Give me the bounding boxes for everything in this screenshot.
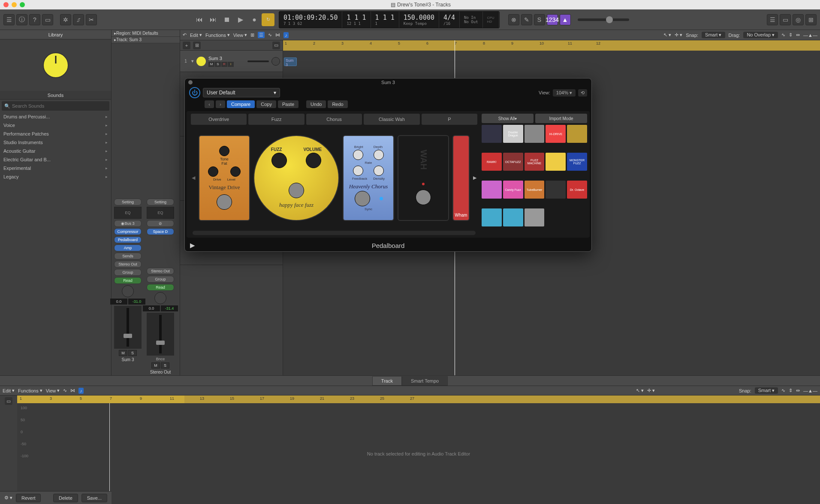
mute-button[interactable]: M: [208, 62, 214, 67]
pedal-thumbnail[interactable]: TubeBurner: [525, 181, 545, 199]
play-button[interactable]: ▶: [234, 13, 247, 26]
flex-icon[interactable]: ⋈: [275, 32, 280, 38]
autopunch-icon[interactable]: ✎: [521, 14, 532, 25]
category-item[interactable]: Voice▸: [0, 121, 111, 130]
zoom-display[interactable]: 104% ▾: [553, 89, 576, 97]
flex-icon[interactable]: ⋈: [70, 388, 75, 393]
pointer-tool-icon[interactable]: ↖ ▾: [636, 388, 644, 393]
eq-thumbnail[interactable]: EQ: [114, 207, 142, 219]
volume-knob[interactable]: [306, 153, 321, 168]
minimize-icon[interactable]: [12, 2, 17, 7]
lcd-sig[interactable]: 4/4: [443, 14, 455, 21]
scroll-right-icon[interactable]: ▶: [473, 175, 476, 181]
pedal-thumbnail[interactable]: HI-DRIVE: [546, 125, 566, 143]
output-button[interactable]: Stereo Out: [114, 261, 142, 268]
duplicate-track-icon[interactable]: ⊞: [193, 42, 201, 49]
save-button[interactable]: Save...: [81, 494, 107, 502]
count-in-button[interactable]: 1234: [547, 14, 558, 25]
scissors-icon[interactable]: ✂: [86, 14, 97, 25]
input-monitor[interactable]: I: [228, 62, 234, 67]
gear-icon[interactable]: ⚙ ▾: [4, 495, 12, 501]
pedal-thumbnail[interactable]: [546, 181, 566, 199]
help-icon[interactable]: ?: [29, 14, 40, 25]
fx-pedalboard[interactable]: Pedalboard: [114, 236, 142, 243]
sends-button[interactable]: Sends: [114, 253, 142, 260]
close-icon[interactable]: [188, 80, 193, 85]
catch-playhead-icon[interactable]: ▭: [5, 397, 12, 405]
edit-menu[interactable]: Edit ▾: [3, 388, 15, 393]
mute-button[interactable]: M: [119, 350, 127, 356]
fx-compressor[interactable]: Compressor: [114, 228, 142, 235]
list-editors-icon[interactable]: ☰: [767, 14, 778, 25]
pedal-tab[interactable]: P: [422, 114, 477, 125]
fader[interactable]: [114, 306, 142, 349]
record-button[interactable]: ●: [248, 13, 261, 26]
lcd-in[interactable]: No In: [464, 15, 478, 20]
sync-led[interactable]: [380, 197, 383, 200]
delete-button[interactable]: Delete: [53, 494, 78, 502]
rewind-button[interactable]: ⏮: [193, 13, 206, 26]
forward-button[interactable]: ⏭: [207, 13, 220, 26]
lcd-beats-top[interactable]: 1 1 1: [347, 14, 366, 21]
import-mode-button[interactable]: Import Mode: [535, 114, 587, 123]
track-pan-knob[interactable]: [271, 57, 280, 66]
waveform-zoom-icon[interactable]: ∿: [781, 388, 785, 393]
lcd-tempo-top[interactable]: 1 1 1: [375, 14, 395, 21]
functions-menu[interactable]: Functions ▾: [18, 388, 42, 393]
toolbar-icon[interactable]: ▭: [42, 14, 53, 25]
master-volume-slider[interactable]: [578, 18, 629, 21]
pedal-thumbnail[interactable]: Dr. Octave: [567, 181, 587, 199]
pedal-thumbnail[interactable]: [546, 153, 566, 171]
lcd-position-top[interactable]: 01:00:09:20.50: [283, 14, 338, 21]
fx-amp[interactable]: Amp: [114, 244, 142, 251]
paste-button[interactable]: Paste: [278, 100, 298, 108]
region-sum3[interactable]: Sum 3: [284, 57, 297, 66]
output-button[interactable]: Stereo Out: [147, 268, 174, 275]
pedal-thumbnail[interactable]: [482, 181, 502, 199]
view-menu[interactable]: View ▾: [46, 388, 60, 393]
pedal-thumbnail[interactable]: MONSTER FUZZ: [567, 153, 587, 171]
automation-icon[interactable]: ∿: [268, 32, 272, 38]
pedal-thumbnail[interactable]: [482, 208, 502, 226]
pedal-tab[interactable]: Classic Wah: [364, 114, 419, 125]
pedal-scrollbar[interactable]: [193, 231, 476, 235]
pedal-thumbnail[interactable]: [525, 208, 545, 226]
notes-icon[interactable]: ▭: [780, 14, 791, 25]
pedal-thumbnail[interactable]: [503, 208, 523, 226]
solo-icon[interactable]: S: [534, 14, 545, 25]
depth-knob[interactable]: [374, 150, 384, 160]
group-button[interactable]: Group: [114, 269, 142, 276]
feedback-knob[interactable]: [353, 166, 363, 176]
plugin-titlebar[interactable]: Sum 3: [185, 78, 591, 86]
fader[interactable]: [147, 313, 174, 356]
track-header-1[interactable]: 1 ▾ Sum 3 M S R I: [180, 51, 283, 72]
ruler[interactable]: 123456789101112: [283, 40, 820, 51]
replace-icon[interactable]: ⊗: [508, 14, 519, 25]
list-icon[interactable]: ☰: [258, 32, 265, 38]
power-button[interactable]: ⏻: [189, 87, 200, 98]
track-name[interactable]: Sum 3: [208, 56, 234, 61]
preset-menu[interactable]: User Default▾: [203, 88, 280, 97]
level-knob[interactable]: [230, 166, 241, 177]
patch-icon[interactable]: [0, 39, 111, 91]
lcd-tempo-bot[interactable]: 1: [375, 21, 395, 26]
automation-icon[interactable]: ∿: [63, 388, 67, 393]
next-button[interactable]: ›: [216, 100, 225, 108]
pedal-classic-wah[interactable]: WAH: [398, 135, 449, 221]
edit-menu[interactable]: Edit ▾: [190, 32, 202, 38]
drag-menu[interactable]: No Overlap ▾: [743, 32, 778, 38]
tab-track[interactable]: Track: [372, 376, 402, 386]
category-item[interactable]: Performance Patches▸: [0, 130, 111, 138]
pedal-happy-face-fuzz[interactable]: FUZZVOLUME happy face fuzz: [253, 135, 339, 221]
footswitch[interactable]: [289, 183, 304, 198]
back-icon[interactable]: ↶: [183, 32, 187, 38]
prev-button[interactable]: ‹: [205, 100, 214, 108]
lcd-position-bot[interactable]: 7 1 3 62: [283, 21, 338, 26]
setting-button[interactable]: Setting: [147, 199, 174, 205]
alt-tool-icon[interactable]: ✛ ▾: [675, 32, 682, 38]
mute-button[interactable]: M: [151, 362, 160, 368]
disclosure-icon[interactable]: ▶: [190, 241, 195, 249]
pedal-thumbnail[interactable]: Double Dragon: [503, 125, 523, 143]
pan-knob[interactable]: [154, 292, 166, 304]
density-knob[interactable]: [374, 166, 384, 176]
